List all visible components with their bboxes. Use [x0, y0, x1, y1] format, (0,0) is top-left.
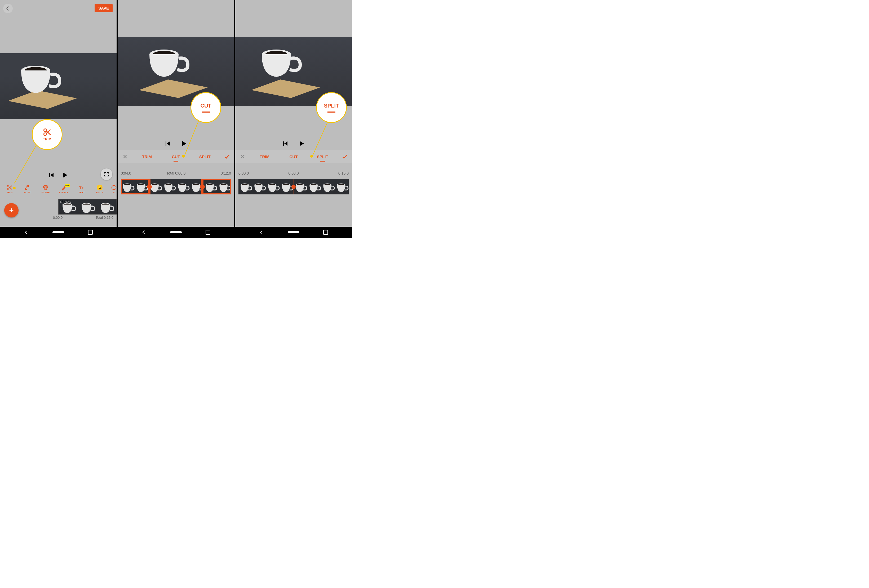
trim-time-right: 0:16.0: [338, 171, 348, 175]
callout-split: SPLIT: [316, 92, 347, 123]
playback-controls: [0, 169, 117, 181]
play-button[interactable]: [181, 141, 187, 147]
screen-trim-split: TRIM CUT SPLIT 0:00.0 0:08.0 0:16.0: [235, 0, 352, 238]
nav-home-pill[interactable]: [288, 231, 300, 233]
playback-controls: [118, 138, 234, 150]
tool-music[interactable]: MUSIC: [19, 183, 37, 196]
confirm-button[interactable]: [219, 154, 234, 160]
play-button[interactable]: [299, 141, 305, 147]
nav-back-icon[interactable]: [24, 230, 29, 235]
trim-time-labels: 0:00.0 0:08.0 0:16.0: [239, 171, 348, 175]
tool-effect[interactable]: New EFFECT: [55, 183, 73, 196]
underline-icon: [202, 111, 210, 113]
fullscreen-button[interactable]: [101, 169, 112, 180]
clip-scale-label: 1.0 100%: [59, 200, 71, 203]
underline-icon: [328, 111, 335, 113]
prev-frame-button[interactable]: [282, 141, 288, 147]
tool-label: EMOJI: [96, 191, 103, 194]
tab-trim[interactable]: TRIM: [132, 154, 161, 159]
callout-cut: CUT: [190, 92, 221, 123]
tool-label: TEXT: [79, 191, 85, 194]
svg-text:T: T: [82, 187, 84, 190]
callout-leader-dot: [182, 155, 185, 158]
timeline-total-time: Total 0:16.0: [96, 216, 113, 219]
callout-label: TRIM: [43, 137, 51, 141]
android-nav-bar: [118, 227, 234, 238]
tool-label: TRIM: [7, 191, 12, 194]
emoji-icon: 😀: [97, 185, 102, 190]
timeline[interactable]: 1.0 100% 0:00.0 Total 0:16.0: [0, 199, 117, 222]
tab-cut[interactable]: CUT: [161, 154, 190, 159]
playback-controls: [235, 138, 352, 150]
scissors-icon: [43, 128, 51, 136]
timeline-time-labels: 0:00.0 Total 0:16.0: [53, 216, 113, 219]
video-preview[interactable]: [118, 37, 234, 106]
cancel-button[interactable]: [235, 154, 250, 159]
new-badge: New: [65, 184, 70, 187]
tool-row: TRIM MUSIC FILTER New EFFECT TT TEXT 😀: [0, 183, 117, 196]
screen-editor-main: SAVE TRIM MUSIC FILTER: [0, 0, 118, 238]
trim-time-total: Total 0:08.0: [166, 171, 185, 175]
back-button[interactable]: [3, 4, 13, 13]
nav-back-icon[interactable]: [141, 230, 146, 235]
tool-label: S: [113, 191, 115, 194]
prev-frame-button[interactable]: [49, 172, 54, 178]
tool-emoji[interactable]: 😀 EMOJI: [90, 183, 108, 196]
tool-text[interactable]: TT TEXT: [73, 183, 90, 196]
svg-text:T: T: [79, 185, 82, 190]
trim-time-left: 0:04.0: [121, 171, 131, 175]
trim-timeline[interactable]: [121, 179, 231, 194]
timeline-clip[interactable]: 1.0 100%: [58, 199, 117, 215]
nav-recents-icon[interactable]: [88, 230, 93, 235]
tab-split[interactable]: SPLIT: [190, 154, 219, 159]
prev-frame-button[interactable]: [165, 141, 171, 147]
save-button[interactable]: SAVE: [95, 4, 113, 12]
nav-back-icon[interactable]: [259, 230, 264, 235]
callout-label: SPLIT: [324, 103, 339, 109]
add-clip-button[interactable]: [4, 203, 19, 218]
callout-trim: TRIM: [32, 119, 62, 150]
play-button[interactable]: [62, 172, 68, 178]
timeline-start-time: 0:00.0: [53, 216, 62, 219]
trim-time-right: 0:12.0: [221, 171, 231, 175]
trim-tab-bar: TRIM CUT SPLIT: [118, 150, 234, 163]
callout-label: CUT: [200, 103, 211, 109]
nav-recents-icon[interactable]: [206, 230, 211, 235]
tool-filter[interactable]: FILTER: [37, 183, 55, 196]
trim-timeline[interactable]: [239, 179, 348, 194]
nav-home-pill[interactable]: [170, 231, 182, 233]
trim-time-mid: 0:08.0: [289, 171, 299, 175]
confirm-button[interactable]: [337, 154, 352, 160]
android-nav-bar: [0, 227, 117, 238]
split-handle-knob[interactable]: [291, 185, 296, 189]
trim-time-left: 0:00.0: [239, 171, 249, 175]
tab-trim[interactable]: TRIM: [250, 154, 279, 159]
trim-time-labels: 0:04.0 Total 0:08.0 0:12.0: [121, 171, 231, 175]
svg-point-15: [112, 185, 116, 190]
tool-label: MUSIC: [24, 191, 31, 194]
trim-tab-bar: TRIM CUT SPLIT: [235, 150, 352, 163]
tool-trim[interactable]: TRIM: [0, 183, 19, 196]
video-preview[interactable]: [0, 53, 117, 119]
tool-label: EFFECT: [59, 191, 68, 194]
nav-home-pill[interactable]: [52, 231, 64, 233]
tab-cut[interactable]: CUT: [279, 154, 308, 159]
tool-label: FILTER: [42, 191, 50, 194]
nav-recents-icon[interactable]: [323, 230, 328, 235]
android-nav-bar: [235, 227, 352, 238]
trim-handle-left-knob[interactable]: [147, 184, 152, 189]
trim-handle-right-knob[interactable]: [200, 184, 205, 189]
top-bar: SAVE: [0, 0, 117, 16]
screen-trim-cut: TRIM CUT SPLIT 0:04.0 Total 0:08.0 0:12.…: [118, 0, 235, 238]
callout-leader-dot: [13, 187, 16, 190]
cancel-button[interactable]: [118, 154, 132, 159]
callout-leader-dot: [310, 155, 313, 158]
